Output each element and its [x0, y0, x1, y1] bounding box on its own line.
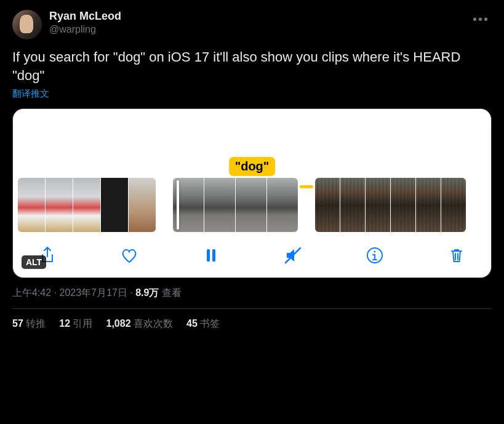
clip-thumb [73, 178, 100, 232]
quotes-stat[interactable]: 12 引用 [59, 318, 92, 330]
thumbnail-row [13, 178, 491, 232]
clip-thumb [267, 178, 298, 232]
meta-line: 上午4:42 · 2023年7月17日 · 8.9万 查看 [12, 287, 492, 300]
stats-line: 57 转推 12 引用 1,082 喜欢次数 45 书签 [12, 318, 492, 330]
svg-rect-0 [207, 249, 210, 262]
clip-thumb [391, 178, 415, 232]
avatar[interactable] [12, 10, 42, 39]
more-icon[interactable]: ••• [470, 10, 492, 29]
clip-thumb [315, 178, 340, 232]
timeline-marker [300, 185, 313, 188]
search-term-badge: "dog" [229, 157, 276, 176]
clip-thumb [441, 178, 466, 232]
trash-icon[interactable] [447, 246, 466, 265]
clip-thumb [101, 178, 128, 232]
media-card[interactable]: "dog" [12, 108, 492, 278]
tweet-date[interactable]: 2023年7月17日 [59, 287, 127, 298]
clip-group-1[interactable] [18, 178, 156, 232]
clip-thumb [204, 178, 235, 232]
clip-thumb [236, 178, 266, 232]
media-top: "dog" [13, 109, 491, 178]
translate-link[interactable]: 翻译推文 [12, 88, 492, 100]
mute-icon[interactable] [283, 246, 303, 265]
clip-thumb [340, 178, 365, 232]
clip-thumb [46, 178, 73, 232]
alt-badge[interactable]: ALT [22, 255, 46, 269]
divider [12, 308, 492, 309]
clip-thumb [18, 178, 45, 232]
views-label: 查看 [159, 287, 181, 298]
author-block[interactable]: Ryan McLeod @warpling [49, 10, 463, 35]
tweet-container: Ryan McLeod @warpling ••• If you search … [0, 0, 504, 330]
clip-group-3[interactable] [315, 178, 466, 232]
retweets-stat[interactable]: 57 转推 [12, 318, 46, 330]
views-count: 8.9万 [135, 287, 159, 298]
svg-point-4 [374, 251, 376, 253]
clip-thumb [416, 178, 441, 232]
tweet-time[interactable]: 上午4:42 [12, 287, 51, 298]
ios-toolbar [13, 232, 491, 278]
clip-thumb [366, 178, 390, 232]
clip-thumb [173, 178, 204, 232]
heart-icon[interactable] [119, 246, 139, 265]
display-name: Ryan McLeod [49, 10, 463, 23]
clip-group-2[interactable] [173, 178, 298, 232]
bookmarks-stat[interactable]: 45 书签 [186, 318, 220, 330]
tweet-text: If you search for "dog" on iOS 17 it'll … [12, 48, 492, 84]
handle: @warpling [49, 23, 463, 35]
pause-icon[interactable] [201, 246, 221, 265]
tweet-header: Ryan McLeod @warpling ••• [12, 10, 492, 39]
likes-stat[interactable]: 1,082 喜欢次数 [106, 318, 174, 330]
svg-rect-1 [212, 249, 215, 262]
info-icon[interactable] [365, 246, 385, 265]
clip-thumb [129, 178, 156, 232]
